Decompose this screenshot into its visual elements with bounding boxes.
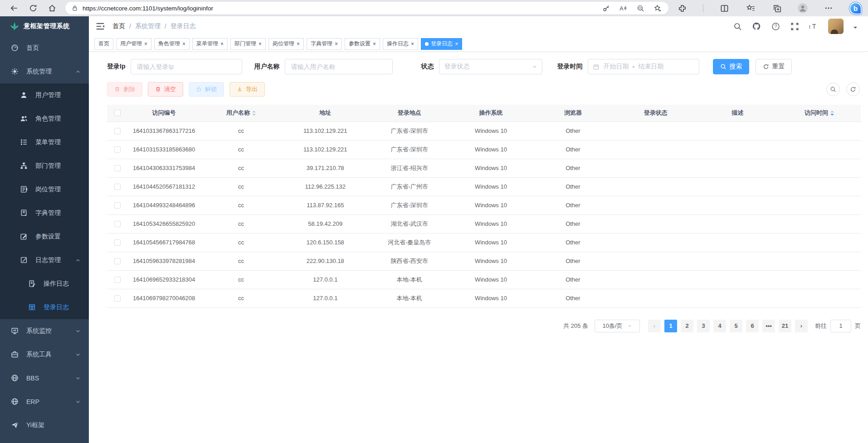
tab-部门管理[interactable]: 部门管理× [230,38,266,50]
tab-字典管理[interactable]: 字典管理× [307,38,342,50]
more-pages-button[interactable]: ••• [762,320,775,332]
help-icon[interactable]: ? [771,22,780,31]
sidebar-item-系统工具[interactable]: 系统工具 [0,343,89,366]
close-icon[interactable]: × [335,41,338,47]
sidebar-item-菜单管理[interactable]: 菜单管理 [0,131,89,154]
row-checkbox[interactable] [114,146,121,153]
sort-desc-caret[interactable] [830,114,834,117]
tab-首页[interactable]: 首页 [94,38,113,50]
table-row[interactable]: 1641069652933218304cc127.0.0.1本地-本机Windo… [107,270,861,289]
page-button-4[interactable]: 4 [713,320,726,332]
table-row[interactable]: 1641054566717984768cc120.6.150.158河北省-秦皇… [107,233,861,252]
close-icon[interactable]: × [182,41,185,47]
close-icon[interactable]: × [373,41,376,47]
github-icon[interactable] [752,22,761,31]
sidebar-item-字典管理[interactable]: 字典管理 [0,201,89,225]
page-button-21[interactable]: 21 [779,320,791,332]
site-security-icon[interactable] [72,5,78,11]
font-size-icon[interactable]: tT [809,22,818,31]
extensions-icon[interactable] [677,3,688,14]
browser-menu-icon[interactable] [823,3,834,14]
row-checkbox[interactable] [114,277,121,283]
page-button-3[interactable]: 3 [697,320,710,332]
row-checkbox[interactable] [114,221,121,227]
table-row[interactable]: 1641059633978281984cc222.90.130.18陕西省-西安… [107,252,861,270]
unlock-button[interactable]: 解锁 [189,82,224,97]
hamburger-icon[interactable] [95,21,105,31]
zoom-out-icon[interactable] [635,3,646,14]
page-button-1[interactable]: 1 [664,320,677,332]
status-select[interactable]: 登录状态 [439,59,542,74]
fullscreen-icon[interactable] [790,22,799,31]
sidebar-item-系统监控[interactable]: 系统监控 [0,319,89,343]
table-row[interactable]: 1641044520567181312cc112.96.225.132广东省-广… [107,177,861,196]
page-button-2[interactable]: 2 [681,320,693,332]
prev-page-button[interactable]: ‹ [648,320,661,332]
sidebar-item-部门管理[interactable]: 部门管理 [0,154,89,178]
close-icon[interactable]: × [297,41,300,47]
row-checkbox[interactable] [114,239,121,246]
row-checkbox[interactable] [114,165,121,171]
sidebar-item-操作日志[interactable]: 操作日志 [0,272,89,296]
sidebar-item-参数设置[interactable]: 参数设置 [0,225,89,248]
url-text[interactable]: https://ccnetcore.com:1101/system/log/lo… [83,5,594,12]
browser-back-icon[interactable] [8,2,20,14]
search-icon[interactable] [733,22,742,31]
row-checkbox[interactable] [114,295,121,302]
date-range-picker[interactable]: 开始日期 - 结束日期 [588,59,699,74]
tab-登录日志[interactable]: 登录日志× [421,38,462,50]
tab-角色管理[interactable]: 角色管理× [154,38,190,50]
table-row[interactable]: 1641069798270046208cc127.0.0.1本地-本机Windo… [107,289,861,307]
table-row[interactable]: 1641044993248464896cc113.87.92.165广东省-深圳… [107,196,861,214]
close-icon[interactable]: × [144,41,147,47]
sidebar-item-角色管理[interactable]: 角色管理 [0,107,89,131]
next-page-button[interactable]: › [795,320,808,332]
avatar-caret-icon[interactable] [853,27,857,30]
column-header-用户名称[interactable]: 用户名称 [200,105,282,122]
collections-icon[interactable] [771,3,782,14]
row-checkbox[interactable] [114,258,121,264]
table-row[interactable]: 1641031367863177216cc113.102.129.221广东省-… [107,122,861,140]
sort-caret-icon[interactable] [830,109,834,117]
close-icon[interactable]: × [411,41,414,47]
breadcrumb-home[interactable]: 首页 [112,22,125,30]
browser-refresh-icon[interactable] [27,2,39,14]
page-button-6[interactable]: 6 [746,320,759,332]
sort-desc-caret[interactable] [252,114,256,117]
row-checkbox[interactable] [114,128,121,134]
table-row[interactable]: 1641043063331753984cc39.171.210.78浙江省-绍兴… [107,159,861,177]
close-icon[interactable]: × [455,41,458,47]
sidebar-item-用户管理[interactable]: 用户管理 [0,83,89,107]
sidebar-item-Yi框架[interactable]: Yi框架 [0,414,89,437]
page-button-5[interactable]: 5 [730,320,742,332]
row-checkbox[interactable] [114,184,121,190]
favorite-star-icon[interactable] [652,3,663,14]
bing-copilot-icon[interactable]: b [849,2,862,15]
sidebar-item-日志管理[interactable]: 日志管理 [0,248,89,272]
goto-page-input[interactable] [830,320,851,332]
app-logo[interactable]: 意框架管理系统 [0,16,89,36]
favorites-bar-icon[interactable] [745,3,756,14]
row-checkbox[interactable] [114,202,121,209]
browser-profile-avatar[interactable] [798,3,808,13]
refresh-table-button[interactable] [846,83,860,96]
tab-参数设置[interactable]: 参数设置× [345,38,380,50]
user-name-input[interactable] [285,59,393,74]
tab-菜单管理[interactable]: 菜单管理× [192,38,228,50]
table-row[interactable]: 1641053426655825920cc58.19.42.209湖北省-武汉市… [107,214,861,233]
tab-操作日志[interactable]: 操作日志× [383,38,418,50]
sidebar-item-首页[interactable]: 首页 [0,36,89,60]
close-icon[interactable]: × [220,41,224,47]
browser-home-icon[interactable] [46,2,58,14]
login-ip-input[interactable] [131,59,242,74]
column-header-访问时间[interactable]: 访问时间 [778,105,861,122]
user-avatar[interactable] [828,19,844,34]
sidebar-item-ERP[interactable]: ERP [0,390,89,414]
toggle-search-button[interactable] [826,83,840,96]
clear-button[interactable]: 清空 [148,82,183,97]
sidebar-item-岗位管理[interactable]: 岗位管理 [0,178,89,201]
page-size-select[interactable]: 10条/页 [595,320,640,332]
search-button[interactable]: 搜索 [713,59,749,74]
sidebar-item-系统管理[interactable]: 系统管理 [0,60,89,83]
tab-用户管理[interactable]: 用户管理× [116,38,151,50]
